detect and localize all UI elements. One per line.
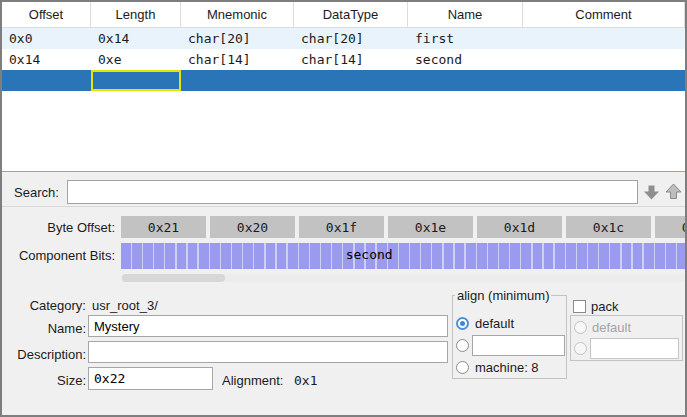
components-table: Offset Length Mnemonic DataType Name Com…	[2, 2, 685, 172]
byte-offset-cell: 0x1c	[566, 216, 651, 238]
byte-offset-cell: 0x21	[121, 216, 206, 238]
align-custom-radio[interactable]	[456, 339, 469, 352]
pack-label: pack	[591, 299, 618, 314]
column-header-mnemonic[interactable]: Mnemonic	[181, 2, 294, 27]
cell-datatype[interactable]: char[14]	[294, 49, 408, 70]
name-field[interactable]	[88, 315, 448, 337]
align-default-radio[interactable]	[456, 317, 469, 330]
component-bits-label: Component Bits:	[2, 248, 115, 263]
cell-mnemonic[interactable]: char[20]	[181, 28, 294, 49]
down-arrow-icon	[644, 186, 659, 200]
pack-default-radio[interactable]	[574, 321, 587, 334]
cell-comment[interactable]	[523, 49, 685, 70]
cell-datatype[interactable]: char[20]	[294, 28, 408, 49]
category-label: Category:	[2, 298, 86, 313]
search-next-button[interactable]	[642, 182, 661, 201]
cell-length[interactable]: 0xe	[91, 49, 181, 70]
cell-name[interactable]: second	[408, 49, 523, 70]
category-value: usr_root_3/	[92, 298, 158, 313]
cell-name[interactable]	[408, 70, 523, 91]
table-header-row: Offset Length Mnemonic DataType Name Com…	[2, 2, 685, 28]
cell-length-editing[interactable]	[91, 70, 181, 91]
cell-name[interactable]: first	[408, 28, 523, 49]
name-label: Name:	[2, 321, 86, 336]
column-header-comment[interactable]: Comment	[523, 2, 685, 27]
alignment-value: 0x1	[294, 373, 317, 388]
align-machine-label: machine: 8	[475, 360, 539, 375]
table-row[interactable]: 0x0 0x14 char[20] char[20] first	[2, 28, 685, 49]
cell-length[interactable]: 0x14	[91, 28, 181, 49]
description-label: Description:	[2, 347, 86, 362]
cell-comment[interactable]	[523, 28, 685, 49]
pack-custom-radio[interactable]	[574, 342, 587, 355]
byte-offset-cell: 0x1f	[299, 216, 384, 238]
search-previous-button[interactable]	[664, 182, 683, 201]
byte-offset-cell: 0x1b	[655, 216, 685, 238]
panel-divider	[2, 206, 685, 207]
up-arrow-icon	[666, 184, 681, 199]
cell-offset[interactable]: 0x0	[2, 28, 91, 49]
table-row[interactable]: 0x14 0xe char[14] char[14] second	[2, 49, 685, 70]
pack-checkbox[interactable]	[573, 300, 586, 313]
column-header-offset[interactable]: Offset	[2, 2, 91, 27]
bits-horizontal-scrollbar[interactable]	[121, 274, 685, 282]
description-field[interactable]	[88, 341, 448, 363]
byte-offset-label: Byte Offset:	[2, 220, 115, 235]
cell-mnemonic[interactable]: char[14]	[181, 49, 294, 70]
column-header-length[interactable]: Length	[91, 2, 181, 27]
byte-offset-cell: 0x1d	[477, 216, 562, 238]
search-label: Search:	[14, 185, 59, 200]
size-label: Size:	[2, 373, 86, 388]
component-bits-strip[interactable]: second	[121, 243, 685, 269]
component-name: second	[346, 247, 393, 262]
table-row-selected[interactable]	[2, 70, 685, 91]
align-group-title: align (minimum)	[455, 288, 551, 303]
cell-datatype[interactable]	[294, 70, 408, 91]
pack-custom-input[interactable]	[590, 338, 679, 359]
byte-offset-ruler: 0x21 0x20 0x1f 0x1e 0x1d 0x1c 0x1b	[121, 216, 685, 238]
alignment-label: Alignment:	[222, 373, 283, 388]
align-custom-input[interactable]	[472, 335, 565, 356]
pack-default-label: default	[592, 320, 631, 335]
cell-offset[interactable]: 0x14	[2, 49, 91, 70]
cell-mnemonic[interactable]	[181, 70, 294, 91]
structure-editor-window: Offset Length Mnemonic DataType Name Com…	[0, 0, 687, 417]
byte-offset-cell: 0x1e	[388, 216, 473, 238]
align-default-label: default	[475, 316, 514, 331]
column-header-name[interactable]: Name	[408, 2, 523, 27]
align-machine-radio[interactable]	[456, 361, 469, 374]
scrollbar-thumb[interactable]	[122, 274, 225, 282]
cell-offset[interactable]	[2, 70, 91, 91]
column-header-datatype[interactable]: DataType	[294, 2, 408, 27]
size-field[interactable]	[88, 367, 213, 390]
byte-offset-cell: 0x20	[210, 216, 295, 238]
search-input[interactable]	[67, 180, 638, 204]
cell-comment[interactable]	[523, 70, 685, 91]
